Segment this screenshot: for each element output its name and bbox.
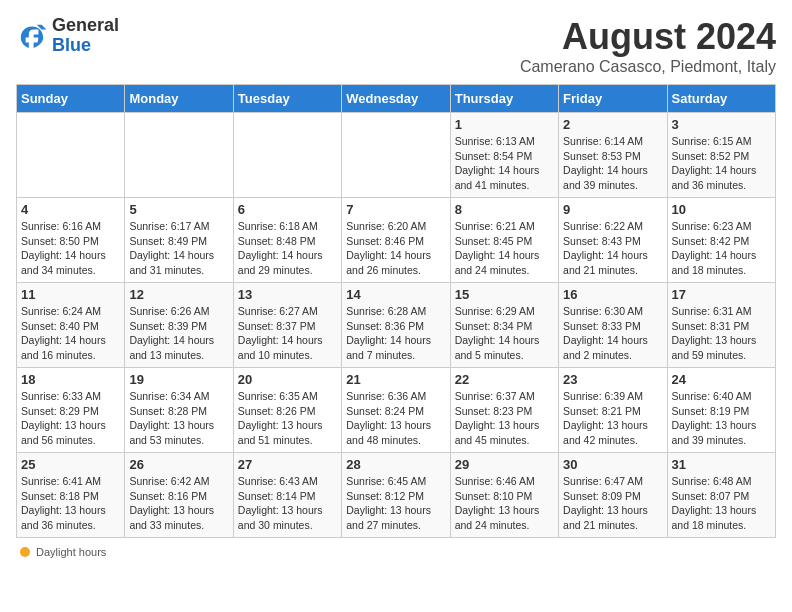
calendar-body: 1Sunrise: 6:13 AM Sunset: 8:54 PM Daylig… (17, 113, 776, 538)
location-subtitle: Camerano Casasco, Piedmont, Italy (520, 58, 776, 76)
day-number: 11 (21, 287, 120, 302)
calendar-cell: 31Sunrise: 6:48 AM Sunset: 8:07 PM Dayli… (667, 453, 775, 538)
day-number: 20 (238, 372, 337, 387)
day-number: 17 (672, 287, 771, 302)
day-number: 10 (672, 202, 771, 217)
calendar-cell: 21Sunrise: 6:36 AM Sunset: 8:24 PM Dayli… (342, 368, 450, 453)
day-number: 9 (563, 202, 662, 217)
day-info: Sunrise: 6:22 AM Sunset: 8:43 PM Dayligh… (563, 219, 662, 278)
day-info: Sunrise: 6:30 AM Sunset: 8:33 PM Dayligh… (563, 304, 662, 363)
day-number: 14 (346, 287, 445, 302)
day-info: Sunrise: 6:26 AM Sunset: 8:39 PM Dayligh… (129, 304, 228, 363)
logo-blue: Blue (52, 35, 91, 55)
calendar-cell (17, 113, 125, 198)
calendar-cell: 18Sunrise: 6:33 AM Sunset: 8:29 PM Dayli… (17, 368, 125, 453)
daylight-dot (20, 547, 30, 557)
day-info: Sunrise: 6:18 AM Sunset: 8:48 PM Dayligh… (238, 219, 337, 278)
day-number: 13 (238, 287, 337, 302)
day-number: 16 (563, 287, 662, 302)
day-number: 26 (129, 457, 228, 472)
calendar-cell: 19Sunrise: 6:34 AM Sunset: 8:28 PM Dayli… (125, 368, 233, 453)
legend: Daylight hours (16, 546, 776, 558)
day-info: Sunrise: 6:43 AM Sunset: 8:14 PM Dayligh… (238, 474, 337, 533)
calendar-cell: 15Sunrise: 6:29 AM Sunset: 8:34 PM Dayli… (450, 283, 558, 368)
header-day-sunday: Sunday (17, 85, 125, 113)
calendar-cell: 11Sunrise: 6:24 AM Sunset: 8:40 PM Dayli… (17, 283, 125, 368)
calendar-cell: 1Sunrise: 6:13 AM Sunset: 8:54 PM Daylig… (450, 113, 558, 198)
day-number: 29 (455, 457, 554, 472)
calendar-cell: 2Sunrise: 6:14 AM Sunset: 8:53 PM Daylig… (559, 113, 667, 198)
day-info: Sunrise: 6:24 AM Sunset: 8:40 PM Dayligh… (21, 304, 120, 363)
day-number: 5 (129, 202, 228, 217)
week-row-3: 11Sunrise: 6:24 AM Sunset: 8:40 PM Dayli… (17, 283, 776, 368)
calendar-cell: 3Sunrise: 6:15 AM Sunset: 8:52 PM Daylig… (667, 113, 775, 198)
calendar-cell: 25Sunrise: 6:41 AM Sunset: 8:18 PM Dayli… (17, 453, 125, 538)
day-info: Sunrise: 6:13 AM Sunset: 8:54 PM Dayligh… (455, 134, 554, 193)
header-day-saturday: Saturday (667, 85, 775, 113)
calendar-cell: 6Sunrise: 6:18 AM Sunset: 8:48 PM Daylig… (233, 198, 341, 283)
calendar-cell (233, 113, 341, 198)
day-info: Sunrise: 6:21 AM Sunset: 8:45 PM Dayligh… (455, 219, 554, 278)
calendar-cell: 27Sunrise: 6:43 AM Sunset: 8:14 PM Dayli… (233, 453, 341, 538)
day-info: Sunrise: 6:35 AM Sunset: 8:26 PM Dayligh… (238, 389, 337, 448)
calendar-cell: 22Sunrise: 6:37 AM Sunset: 8:23 PM Dayli… (450, 368, 558, 453)
week-row-4: 18Sunrise: 6:33 AM Sunset: 8:29 PM Dayli… (17, 368, 776, 453)
day-info: Sunrise: 6:34 AM Sunset: 8:28 PM Dayligh… (129, 389, 228, 448)
day-info: Sunrise: 6:40 AM Sunset: 8:19 PM Dayligh… (672, 389, 771, 448)
day-number: 23 (563, 372, 662, 387)
calendar-cell: 8Sunrise: 6:21 AM Sunset: 8:45 PM Daylig… (450, 198, 558, 283)
calendar-cell: 30Sunrise: 6:47 AM Sunset: 8:09 PM Dayli… (559, 453, 667, 538)
calendar-cell: 10Sunrise: 6:23 AM Sunset: 8:42 PM Dayli… (667, 198, 775, 283)
day-number: 24 (672, 372, 771, 387)
header-day-wednesday: Wednesday (342, 85, 450, 113)
day-info: Sunrise: 6:45 AM Sunset: 8:12 PM Dayligh… (346, 474, 445, 533)
header-day-tuesday: Tuesday (233, 85, 341, 113)
calendar-table: SundayMondayTuesdayWednesdayThursdayFrid… (16, 84, 776, 538)
day-info: Sunrise: 6:27 AM Sunset: 8:37 PM Dayligh… (238, 304, 337, 363)
calendar-cell: 14Sunrise: 6:28 AM Sunset: 8:36 PM Dayli… (342, 283, 450, 368)
day-info: Sunrise: 6:16 AM Sunset: 8:50 PM Dayligh… (21, 219, 120, 278)
title-area: August 2024 Camerano Casasco, Piedmont, … (520, 16, 776, 76)
logo: General Blue (16, 16, 119, 56)
month-title: August 2024 (520, 16, 776, 58)
header-day-thursday: Thursday (450, 85, 558, 113)
calendar-cell: 29Sunrise: 6:46 AM Sunset: 8:10 PM Dayli… (450, 453, 558, 538)
calendar-cell: 20Sunrise: 6:35 AM Sunset: 8:26 PM Dayli… (233, 368, 341, 453)
calendar-header: SundayMondayTuesdayWednesdayThursdayFrid… (17, 85, 776, 113)
day-info: Sunrise: 6:42 AM Sunset: 8:16 PM Dayligh… (129, 474, 228, 533)
calendar-cell: 23Sunrise: 6:39 AM Sunset: 8:21 PM Dayli… (559, 368, 667, 453)
calendar-cell: 5Sunrise: 6:17 AM Sunset: 8:49 PM Daylig… (125, 198, 233, 283)
day-number: 27 (238, 457, 337, 472)
day-info: Sunrise: 6:14 AM Sunset: 8:53 PM Dayligh… (563, 134, 662, 193)
week-row-5: 25Sunrise: 6:41 AM Sunset: 8:18 PM Dayli… (17, 453, 776, 538)
calendar-cell (125, 113, 233, 198)
day-info: Sunrise: 6:39 AM Sunset: 8:21 PM Dayligh… (563, 389, 662, 448)
calendar-cell: 26Sunrise: 6:42 AM Sunset: 8:16 PM Dayli… (125, 453, 233, 538)
day-number: 15 (455, 287, 554, 302)
day-info: Sunrise: 6:48 AM Sunset: 8:07 PM Dayligh… (672, 474, 771, 533)
day-info: Sunrise: 6:17 AM Sunset: 8:49 PM Dayligh… (129, 219, 228, 278)
week-row-1: 1Sunrise: 6:13 AM Sunset: 8:54 PM Daylig… (17, 113, 776, 198)
header: General Blue August 2024 Camerano Casasc… (16, 16, 776, 76)
day-info: Sunrise: 6:23 AM Sunset: 8:42 PM Dayligh… (672, 219, 771, 278)
day-number: 18 (21, 372, 120, 387)
day-number: 12 (129, 287, 228, 302)
day-number: 30 (563, 457, 662, 472)
calendar-cell: 13Sunrise: 6:27 AM Sunset: 8:37 PM Dayli… (233, 283, 341, 368)
day-info: Sunrise: 6:41 AM Sunset: 8:18 PM Dayligh… (21, 474, 120, 533)
day-info: Sunrise: 6:31 AM Sunset: 8:31 PM Dayligh… (672, 304, 771, 363)
calendar-cell: 24Sunrise: 6:40 AM Sunset: 8:19 PM Dayli… (667, 368, 775, 453)
day-info: Sunrise: 6:15 AM Sunset: 8:52 PM Dayligh… (672, 134, 771, 193)
calendar-cell: 9Sunrise: 6:22 AM Sunset: 8:43 PM Daylig… (559, 198, 667, 283)
day-number: 1 (455, 117, 554, 132)
calendar-cell: 28Sunrise: 6:45 AM Sunset: 8:12 PM Dayli… (342, 453, 450, 538)
day-info: Sunrise: 6:37 AM Sunset: 8:23 PM Dayligh… (455, 389, 554, 448)
day-number: 4 (21, 202, 120, 217)
calendar-cell: 7Sunrise: 6:20 AM Sunset: 8:46 PM Daylig… (342, 198, 450, 283)
day-info: Sunrise: 6:20 AM Sunset: 8:46 PM Dayligh… (346, 219, 445, 278)
day-number: 28 (346, 457, 445, 472)
day-info: Sunrise: 6:33 AM Sunset: 8:29 PM Dayligh… (21, 389, 120, 448)
header-row: SundayMondayTuesdayWednesdayThursdayFrid… (17, 85, 776, 113)
calendar-cell: 17Sunrise: 6:31 AM Sunset: 8:31 PM Dayli… (667, 283, 775, 368)
day-info: Sunrise: 6:29 AM Sunset: 8:34 PM Dayligh… (455, 304, 554, 363)
